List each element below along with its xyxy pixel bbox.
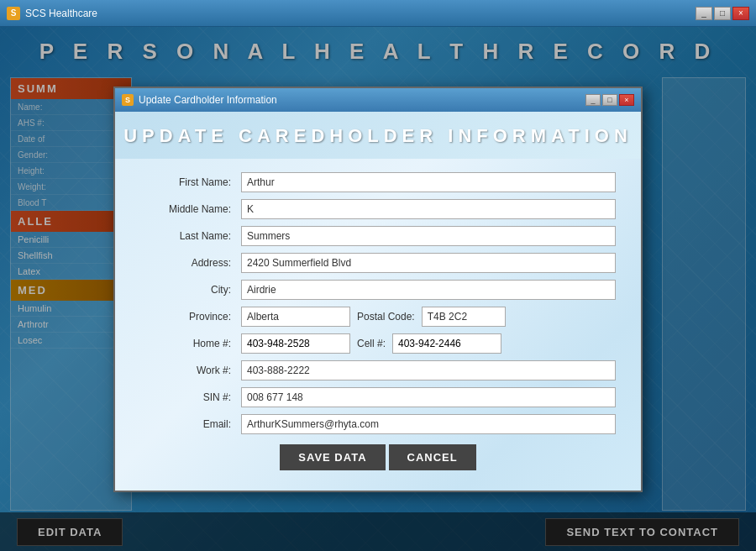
city-row: City: [140,280,616,300]
address-label: Address: [140,257,241,269]
modal-body: UPDATE CAREDHOLDER INFORMATION First Nam… [115,112,641,491]
update-cardholder-modal: S Update Cardholder Information _ □ × UP… [113,87,643,492]
cancel-button[interactable]: CANCEL [389,444,476,470]
outer-titlebar: S SCS Healthcare _ □ × [0,0,756,27]
modal-header-text: UPDATE CAREDHOLDER INFORMATION [115,125,641,147]
home-cell-row: Home #: Cell #: [140,333,616,354]
city-input[interactable] [241,280,616,300]
main-content: P E R S O N A L H E A L T H R E C O R D … [0,27,756,551]
work-number-row: Work #: [140,360,616,380]
cell-number-label: Cell #: [357,338,386,349]
first-name-label: First Name: [140,176,241,188]
sin-input[interactable] [241,387,616,407]
outer-window-controls: _ □ × [696,7,749,20]
last-name-label: Last Name: [140,230,241,242]
maximize-button[interactable]: □ [714,7,731,20]
last-name-row: Last Name: [140,226,616,246]
email-input[interactable] [241,414,616,434]
address-row: Address: [140,253,616,273]
middle-name-input[interactable] [241,199,616,219]
first-name-row: First Name: [140,172,616,192]
save-data-button[interactable]: SAVE DATA [280,444,385,470]
modal-window-controls: _ □ × [585,94,634,106]
home-number-label: Home #: [140,338,241,349]
sin-row: SIN #: [140,387,616,407]
modal-app-icon: S [122,94,134,106]
postal-code-label: Postal Code: [357,311,415,323]
modal-overlay: S Update Cardholder Information _ □ × UP… [0,27,756,551]
email-row: Email: [140,414,616,434]
last-name-input[interactable] [241,226,616,246]
modal-maximize-button[interactable]: □ [602,94,617,106]
province-input[interactable] [241,307,350,327]
cell-number-input[interactable] [392,333,501,354]
province-label: Province: [140,311,241,323]
modal-minimize-button[interactable]: _ [585,94,601,106]
middle-name-label: Middle Name: [140,203,241,215]
form-area: First Name: Middle Name: Last Name: [115,159,641,477]
minimize-button[interactable]: _ [696,7,712,20]
outer-window-title: SCS Healthcare [25,8,696,19]
home-number-input[interactable] [241,333,350,354]
work-number-input[interactable] [241,360,616,380]
work-number-label: Work #: [140,365,241,376]
modal-buttons: SAVE DATA CANCEL [140,444,616,470]
app-icon: S [7,7,20,20]
address-input[interactable] [241,253,616,273]
modal-titlebar: S Update Cardholder Information _ □ × [115,88,641,112]
close-button[interactable]: × [732,7,749,20]
middle-name-row: Middle Name: [140,199,616,219]
sin-label: SIN #: [140,391,241,403]
province-postal-row: Province: Postal Code: [140,307,616,327]
postal-code-input[interactable] [422,307,506,327]
first-name-input[interactable] [241,172,616,192]
city-label: City: [140,284,241,296]
outer-window: S SCS Healthcare _ □ × P E R S O N A L H… [0,0,756,551]
modal-title: Update Cardholder Information [139,94,585,106]
modal-header: UPDATE CAREDHOLDER INFORMATION [115,112,641,159]
modal-close-button[interactable]: × [619,94,634,106]
email-label: Email: [140,418,241,430]
